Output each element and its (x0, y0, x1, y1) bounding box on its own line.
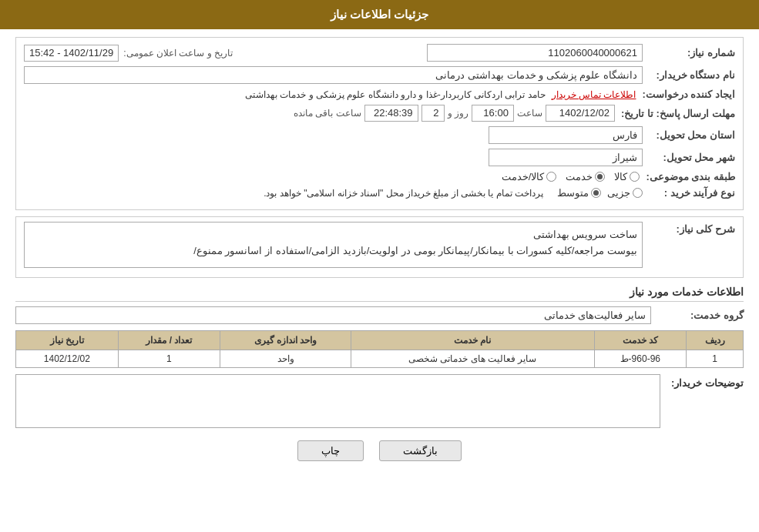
services-table-container: ردیف کد خدمت نام خدمت واحد اندازه گیری ت… (15, 330, 744, 368)
ijad-label: ایجاد کننده درخواست: (636, 89, 735, 100)
page-title: جزئیات اطلاعات نیاز (331, 8, 428, 21)
ostan-value: فارس (489, 126, 643, 144)
back-button[interactable]: بازگشت (379, 440, 462, 461)
purchase-note: پرداخت تمام یا بخشی از مبلغ خریداز محل "… (264, 188, 543, 199)
main-info-section: شماره نیاز: 1102060040000621 تاریخ و ساع… (15, 37, 744, 210)
main-content: شماره نیاز: 1102060040000621 تاریخ و ساع… (0, 29, 759, 477)
baghimande-value: 22:48:39 (364, 105, 418, 122)
tarikh-label: تاریخ و ساعت اعلان عمومی: (123, 48, 233, 59)
sharh-value: ساخت سرویس بهداشتی بیوست مراجعه/کلیه کسو… (24, 222, 643, 268)
motavaset-radio[interactable] (591, 188, 601, 198)
col-name: نام خدمت (351, 331, 595, 350)
name-dasgah-value: دانشگاه علوم پزشکی و خدمات بهداشتی درمان… (24, 66, 643, 84)
ijad-value: حامد ترابی اردکانی کاربردار-غذا و دارو د… (24, 89, 546, 100)
kala-radio[interactable] (630, 172, 640, 182)
shahr-row: شهر محل تحویل: شیراز (24, 149, 735, 166)
name-dasgah-row: نام دستگاه خریدار: دانشگاه علوم پزشکی و … (24, 66, 735, 84)
shahr-value: شیراز (489, 149, 643, 166)
khadamat-title: اطلاعات خدمات مورد نیاز (15, 286, 744, 302)
col-radif: ردیف (687, 331, 744, 350)
page-header: جزئیات اطلاعات نیاز (0, 0, 759, 29)
kala-khedmat-radio-item: کالا/خدمت (502, 171, 557, 182)
mohlat-date: 1402/12/02 (546, 105, 615, 122)
shomara-value: 1102060040000621 (427, 44, 643, 62)
table-cell: واحد (220, 350, 351, 368)
khedmat-label: خدمت (566, 171, 593, 182)
table-cell: 1 (687, 350, 744, 368)
jozi-radio-item: جزیی (607, 187, 643, 199)
mohlat-label: مهلت ارسال پاسخ: تا تاریخ: (615, 108, 735, 119)
grouh-row: گروه خدمت: سایر فعالیت‌های خدماتی (15, 306, 744, 324)
jozi-radio[interactable] (633, 188, 643, 198)
page-container: جزئیات اطلاعات نیاز شماره نیاز: 11020600… (0, 0, 759, 532)
tabaqe-label: طبقه بندی موضوعی: (640, 171, 735, 182)
tawsiyat-label: توضیحات خریدار: (667, 374, 744, 389)
kala-khedmat-radio[interactable] (546, 172, 556, 182)
saat-label: ساعت (517, 108, 542, 119)
table-cell: 1 (118, 350, 220, 368)
table-header-row: ردیف کد خدمت نام خدمت واحد اندازه گیری ت… (16, 331, 744, 350)
shomara-label: شماره نیاز: (643, 47, 735, 59)
buyer-notes-section: توضیحات خریدار: (15, 374, 744, 428)
tarikh-value: 1402/11/29 - 15:42 (24, 45, 119, 62)
sharh-niaz-section: شرح کلی نیاز: ساخت سرویس بهداشتی بیوست م… (15, 216, 744, 278)
col-unit: واحد اندازه گیری (220, 331, 351, 350)
sharh-line2: بیوست مراجعه/کلیه کسورات با بیمانکار/پیم… (29, 243, 637, 259)
sharh-label: شرح کلی نیاز: (643, 222, 735, 235)
kala-label: کالا (614, 171, 627, 182)
print-button[interactable]: چاپ (297, 440, 364, 461)
col-qty: تعداد / مقدار (118, 331, 220, 350)
baghimande-label: ساعت باقی مانده (294, 108, 361, 119)
roz-label: روز و (448, 108, 468, 119)
sharh-line1: ساخت سرویس بهداشتی (29, 227, 637, 243)
shomara-row: شماره نیاز: 1102060040000621 تاریخ و ساع… (24, 44, 735, 62)
khedmat-radio-item: خدمت (566, 171, 605, 182)
ostan-label: استان محل تحویل: (643, 129, 735, 141)
shahr-label: شهر محل تحویل: (643, 152, 735, 163)
tabaqe-radio-group: کالا خدمت کالا/خدمت (502, 171, 640, 182)
col-date: تاریخ نیاز (16, 331, 119, 350)
kala-radio-item: کالا (614, 171, 640, 182)
grouh-label: گروه خدمت: (651, 309, 744, 321)
services-table: ردیف کد خدمت نام خدمت واحد اندازه گیری ت… (15, 330, 744, 368)
table-cell: 1402/12/02 (16, 350, 119, 368)
button-row: بازگشت چاپ (15, 440, 744, 461)
table-row: 1960-96-طسایر فعالیت های خدماتی شخصیواحد… (16, 350, 744, 368)
ertebat-link[interactable]: اطلاعات تماس خریدار (552, 89, 636, 100)
grouh-value: سایر فعالیت‌های خدماتی (15, 306, 651, 324)
tabaqe-row: طبقه بندی موضوعی: کالا خدمت کالا/خدمت (24, 171, 735, 182)
ostan-row: استان محل تحویل: فارس (24, 126, 735, 144)
noe-parvand-row: نوع فرآیند خرید : جزیی متوسط پرداخت تمام… (24, 187, 735, 199)
table-cell: 960-96-ط (594, 350, 686, 368)
motavaset-label: متوسط (557, 187, 589, 199)
name-dasgah-label: نام دستگاه خریدار: (643, 69, 735, 81)
motavaset-radio-item: متوسط (557, 187, 601, 199)
purchase-type-group: جزیی متوسط پرداخت تمام یا بخشی از مبلغ خ… (24, 187, 643, 199)
roz-value: 2 (421, 105, 445, 122)
table-cell: سایر فعالیت های خدماتی شخصی (351, 350, 595, 368)
col-kod: کد خدمت (594, 331, 686, 350)
kala-khedmat-label: کالا/خدمت (502, 171, 545, 182)
ijad-row: ایجاد کننده درخواست: اطلاعات تماس خریدار… (24, 89, 735, 100)
khedmat-radio[interactable] (595, 172, 605, 182)
noe-label: نوع فرآیند خرید : (643, 187, 735, 199)
sharh-row: شرح کلی نیاز: ساخت سرویس بهداشتی بیوست م… (24, 222, 735, 268)
saat-value: 16:00 (472, 105, 514, 122)
mohlat-row: مهلت ارسال پاسخ: تا تاریخ: 1402/12/02 سا… (24, 105, 735, 122)
jozi-label: جزیی (607, 187, 630, 199)
tawsiyat-area[interactable] (15, 374, 660, 428)
